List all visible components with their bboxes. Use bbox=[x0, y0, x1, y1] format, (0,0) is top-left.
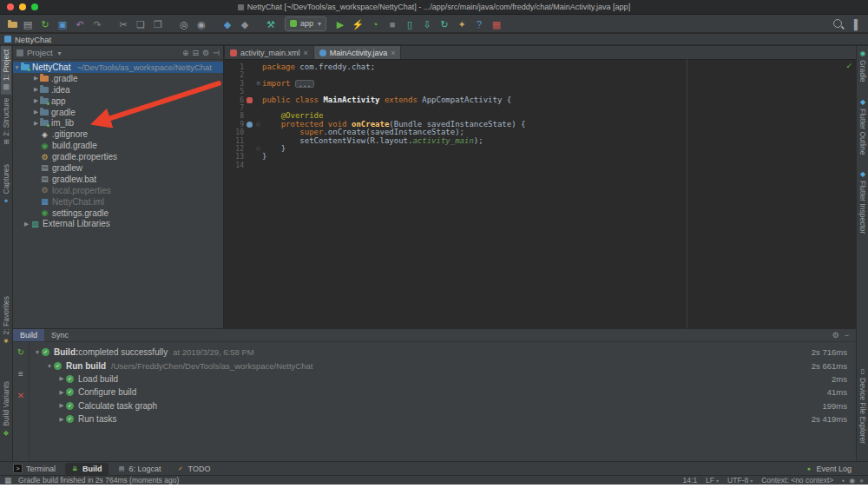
tab-mainactivity-java[interactable]: MainActivity.java bbox=[314, 46, 402, 59]
run-configuration-select[interactable]: app bbox=[285, 16, 326, 31]
tool-button-captures[interactable]: ●Captures bbox=[1, 161, 11, 208]
fold-marker[interactable]: ⊞ bbox=[254, 80, 262, 88]
restart-build-icon[interactable]: ↻ bbox=[17, 347, 24, 357]
tool-button-2-structure[interactable]: ⊞2: Structure bbox=[1, 95, 11, 148]
expander-icon[interactable]: ▶ bbox=[57, 375, 66, 382]
tree-item-idea[interactable]: ▶.idea bbox=[13, 84, 223, 96]
tab-build[interactable]: Build bbox=[13, 329, 44, 341]
expander-icon[interactable]: ▶ bbox=[32, 109, 40, 115]
sync-gradle-icon[interactable]: ↻ bbox=[438, 18, 451, 30]
tool-button-flutter-outline[interactable]: ◆Flutter Outline bbox=[858, 95, 868, 158]
tool-button-1-project[interactable]: ▦1: Project bbox=[1, 46, 11, 95]
save-all-icon[interactable]: ▤ bbox=[22, 18, 35, 30]
context-indicator[interactable]: Context: <no context> bbox=[761, 476, 833, 485]
settings-icon[interactable]: ⚙ bbox=[832, 331, 839, 340]
expander-icon[interactable]: ▶ bbox=[57, 389, 66, 396]
line-number[interactable]: 3 bbox=[225, 80, 244, 88]
locate-file-icon[interactable]: ⊕ bbox=[182, 49, 189, 57]
expander-icon[interactable]: ▼ bbox=[33, 349, 42, 355]
expander-icon[interactable]: ▶ bbox=[32, 120, 40, 127]
tree-item-gradlew-bat[interactable]: ▤gradlew.bat bbox=[13, 174, 223, 185]
copy-icon[interactable]: ❏ bbox=[135, 18, 148, 30]
search-everywhere-icon[interactable] bbox=[833, 19, 842, 28]
toolwindow-button-todo[interactable]: ✓TODO bbox=[171, 463, 217, 475]
close-icon[interactable] bbox=[304, 49, 308, 57]
profile-avatar-icon[interactable]: ◉ bbox=[849, 477, 855, 485]
replace-icon[interactable]: ◉ bbox=[195, 18, 208, 30]
build-row-run-tasks[interactable]: ▶✓Run tasks2s 419ms bbox=[30, 412, 856, 425]
open-folder-icon[interactable] bbox=[8, 22, 17, 28]
event-log-button[interactable]: ● Event Log bbox=[799, 463, 858, 475]
build-row-run-build[interactable]: ▼✓Run build/Users/FreddyChen/DevTools/as… bbox=[30, 359, 856, 372]
hide-panel-icon[interactable]: ⊣ bbox=[213, 49, 220, 57]
line-number[interactable]: 14 bbox=[225, 162, 244, 169]
tool-button-gradle[interactable]: ◉Gradle bbox=[858, 46, 868, 86]
tree-item-gitignore[interactable]: ◈.gitignore bbox=[13, 129, 223, 140]
build-row-build[interactable]: ▼✓Build: completed successfullyat 2019/3… bbox=[30, 346, 856, 359]
editor-area[interactable]: activity_main.xml MainActivity.java 1pac… bbox=[225, 46, 856, 328]
undo-icon[interactable]: ↶ bbox=[74, 18, 87, 30]
build-hammer-icon[interactable]: ⚒ bbox=[265, 18, 278, 30]
fold-marker[interactable]: ○ bbox=[254, 145, 262, 153]
line-number[interactable]: 12 bbox=[225, 145, 244, 153]
settings-icon[interactable]: ⚙ bbox=[202, 49, 209, 57]
help-icon[interactable]: ? bbox=[473, 18, 486, 30]
avd-manager-icon[interactable]: ▯ bbox=[404, 18, 417, 30]
forward-icon[interactable]: ◆ bbox=[239, 18, 252, 30]
toolwindow-toggle-icon[interactable]: ▦ bbox=[4, 476, 11, 485]
build-row-load-build[interactable]: ▶✓Load build2ms bbox=[30, 373, 856, 386]
line-number[interactable]: 11 bbox=[225, 137, 244, 145]
breadcrumb[interactable]: NettyChat bbox=[15, 35, 51, 44]
tool-button-build-variants[interactable]: ❖Build Variants bbox=[1, 378, 11, 440]
find-icon[interactable]: ◎ bbox=[178, 18, 191, 30]
close-icon[interactable]: ✕ bbox=[17, 391, 24, 400]
sync-icon[interactable]: ↻ bbox=[39, 18, 52, 30]
line-number[interactable]: 2 bbox=[225, 71, 244, 79]
tree-item-gradle[interactable]: ▶.gradle bbox=[13, 73, 223, 84]
caret-position[interactable]: 14:1 bbox=[683, 476, 698, 485]
toolwindow-button-terminal[interactable]: >Terminal bbox=[7, 462, 62, 475]
back-icon[interactable]: ◆ bbox=[221, 18, 234, 30]
sdk-manager-icon[interactable]: ⇩ bbox=[421, 18, 434, 30]
expander-icon[interactable]: ▶ bbox=[23, 221, 30, 228]
line-number[interactable]: 5 bbox=[225, 88, 244, 96]
fold-marker[interactable]: ○ bbox=[254, 121, 262, 129]
paste-icon[interactable]: ❐ bbox=[152, 18, 165, 30]
line-number[interactable]: 13 bbox=[225, 153, 244, 161]
expander-icon[interactable]: ▼ bbox=[13, 64, 21, 70]
background-tasks-icon[interactable]: ● bbox=[859, 477, 864, 485]
tree-item-local-properties[interactable]: ⚙local.properties bbox=[13, 185, 223, 196]
project-structure-icon[interactable]: ▦ bbox=[490, 18, 503, 30]
expander-icon[interactable]: ▶ bbox=[57, 416, 66, 423]
expander-icon[interactable]: ▶ bbox=[57, 402, 66, 409]
build-row-calculate-task-graph[interactable]: ▶✓Calculate task graph199ms bbox=[30, 399, 856, 412]
lock-icon[interactable]: ▪ bbox=[842, 477, 845, 485]
profile-icon[interactable]: ◔ bbox=[369, 18, 382, 30]
tree-item-im-lib[interactable]: ▶im_lib bbox=[13, 117, 223, 129]
tab-sync[interactable]: Sync bbox=[44, 329, 76, 341]
tree-item-settings-gradle[interactable]: ◉settings.gradle bbox=[13, 208, 223, 219]
line-number[interactable]: 6 bbox=[225, 96, 244, 104]
collapse-all-icon[interactable]: ⊟ bbox=[193, 49, 200, 57]
toolwindow-button-build[interactable]: ⇊Build bbox=[65, 463, 108, 475]
cut-icon[interactable]: ✂ bbox=[117, 18, 130, 30]
tool-button-2-favorites[interactable]: ★2: Favorites bbox=[1, 293, 11, 348]
toolwindow-layout-icon[interactable]: ▐ bbox=[848, 18, 861, 30]
tool-button-flutter-inspector[interactable]: ◆Flutter Inspector bbox=[858, 167, 868, 237]
line-number[interactable]: 8 bbox=[225, 112, 244, 120]
tree-item-external-libraries[interactable]: ▶▥External Libraries bbox=[13, 218, 223, 229]
tree-item-app[interactable]: ▶app bbox=[13, 96, 223, 107]
project-view-selector[interactable]: Project bbox=[27, 48, 53, 57]
tree-item-root[interactable]: ▼ NettyChat ~/DevTools/as_workspace/Nett… bbox=[13, 62, 223, 73]
tree-item-gradle[interactable]: ▶gradle bbox=[13, 107, 223, 118]
encoding-select[interactable]: UTF-8 bbox=[727, 476, 753, 485]
build-row-configure-build[interactable]: ▶✓Configure build41ms bbox=[30, 386, 856, 399]
apply-changes-icon[interactable]: ⚡ bbox=[352, 18, 365, 30]
expander-icon[interactable]: ▶ bbox=[32, 75, 40, 82]
minimize-icon[interactable]: − bbox=[845, 331, 849, 340]
tree-item-gradlew[interactable]: ▤gradlew bbox=[13, 162, 223, 174]
line-ending-select[interactable]: LF bbox=[706, 476, 719, 485]
tree-item-nettychat-iml[interactable]: ▦NettyChat.iml bbox=[13, 196, 223, 208]
expander-icon[interactable]: ▼ bbox=[45, 363, 54, 369]
redo-icon[interactable]: ↷ bbox=[91, 18, 104, 30]
